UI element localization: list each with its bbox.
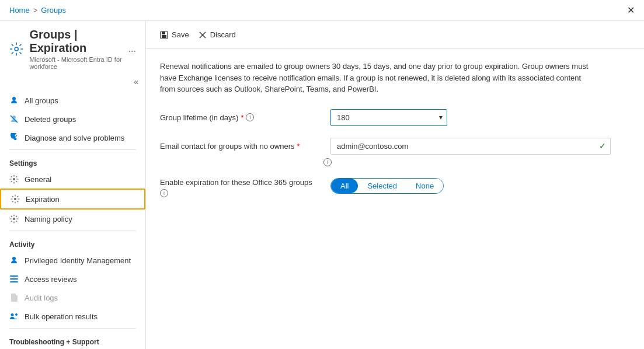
- sidebar-label-deleted-groups: Deleted groups: [25, 115, 76, 124]
- sidebar-label-pim: Privileged Identity Management: [25, 256, 131, 265]
- naming-gear-icon: [9, 214, 19, 224]
- svg-rect-10: [162, 35, 166, 38]
- expiration-row: Enable expiration for these Office 365 g…: [160, 178, 630, 197]
- expiration-label: Enable expiration for these Office 365 g…: [160, 178, 323, 187]
- email-input[interactable]: [330, 138, 611, 155]
- sidebar-title: Groups | Expiration: [29, 28, 122, 55]
- group-lifetime-required: *: [241, 113, 243, 122]
- close-button[interactable]: ✕: [627, 5, 635, 16]
- sidebar-label-general: General: [25, 175, 51, 184]
- email-contact-info-icon[interactable]: i: [323, 158, 332, 166]
- toggle-selected-button[interactable]: Selected: [358, 179, 406, 193]
- expiration-info-icon[interactable]: i: [160, 189, 168, 197]
- sidebar-label-expiration: Expiration: [26, 195, 60, 204]
- svg-rect-6: [10, 278, 18, 280]
- expiration-gear-icon: [11, 194, 20, 204]
- group-lifetime-label: Group lifetime (in days) * i: [160, 113, 323, 122]
- svg-rect-5: [10, 275, 18, 277]
- tool-icon: [9, 133, 19, 142]
- activity-section-label: Activity: [0, 233, 145, 251]
- people-icon: [9, 96, 19, 105]
- sidebar-item-pim[interactable]: Privileged Identity Management: [0, 251, 145, 270]
- svg-rect-7: [10, 281, 18, 282]
- settings-section-label: Settings: [0, 152, 145, 170]
- save-icon: [160, 31, 168, 39]
- settings-divider: [9, 149, 136, 150]
- toggle-all-button[interactable]: All: [331, 179, 358, 193]
- email-contact-row: Email contact for groups with no owners …: [160, 138, 630, 166]
- toolbar: Save Discard: [146, 21, 644, 49]
- expiration-label-group: Enable expiration for these Office 365 g…: [160, 178, 323, 197]
- group-lifetime-row: Group lifetime (in days) * i 180 365 730…: [160, 109, 630, 126]
- sidebar-gear-icon: [9, 40, 23, 58]
- sidebar-item-access-reviews[interactable]: Access reviews: [0, 270, 145, 288]
- sidebar-item-deleted-groups[interactable]: Deleted groups: [0, 110, 145, 128]
- sidebar-label-all-groups: All groups: [25, 96, 58, 105]
- discard-label: Discard: [210, 30, 236, 39]
- breadcrumb-home[interactable]: Home: [9, 6, 30, 15]
- content-body: Renewal notifications are emailed to gro…: [146, 49, 644, 221]
- content-area: Save Discard Renewal notifications are e…: [146, 21, 644, 349]
- sidebar-label-diagnose: Diagnose and solve problems: [25, 134, 124, 142]
- toggle-none-button[interactable]: None: [406, 179, 443, 193]
- general-gear-icon: [9, 175, 19, 184]
- group-lifetime-select[interactable]: 180 365 730 Custom: [330, 109, 447, 126]
- deleted-people-icon: [9, 114, 19, 124]
- sidebar-item-all-groups[interactable]: All groups: [0, 91, 145, 110]
- sidebar-subtitle: Microsoft - Microsoft Entra ID for workf…: [29, 56, 122, 70]
- troubleshooting-section-label: Troubleshooting + Support: [0, 331, 145, 348]
- group-lifetime-select-wrapper: 180 365 730 Custom ▾: [330, 109, 447, 126]
- sidebar-label-access-reviews: Access reviews: [25, 275, 77, 284]
- email-input-wrapper: ✓: [330, 138, 611, 155]
- sidebar-label-bulk-ops: Bulk operation results: [25, 312, 98, 321]
- sidebar-header: Groups | Expiration Microsoft - Microsof…: [0, 21, 145, 75]
- breadcrumb: Home > Groups: [9, 6, 66, 15]
- checkmark-icon: ✓: [599, 141, 606, 151]
- troubleshooting-divider: [9, 328, 136, 329]
- sidebar-label-audit-logs: Audit logs: [25, 294, 58, 302]
- sidebar-more-icon[interactable]: ...: [128, 44, 136, 54]
- activity-divider: [9, 231, 136, 231]
- email-contact-required: *: [297, 142, 300, 151]
- sidebar-nav: All groups Deleted groups Diagnose and s…: [0, 89, 145, 349]
- sidebar-item-general[interactable]: General: [0, 170, 145, 189]
- group-lifetime-info-icon[interactable]: i: [246, 113, 254, 121]
- expiration-toggle-group: All Selected None: [330, 178, 444, 194]
- sidebar: Groups | Expiration Microsoft - Microsof…: [0, 21, 146, 349]
- access-list-icon: [9, 274, 19, 284]
- save-button[interactable]: Save: [160, 28, 189, 41]
- svg-point-3: [14, 198, 16, 200]
- sidebar-item-diagnose[interactable]: Diagnose and solve problems: [0, 128, 145, 147]
- svg-point-4: [13, 218, 15, 220]
- discard-button[interactable]: Discard: [199, 28, 236, 41]
- collapse-icon[interactable]: «: [134, 77, 138, 86]
- sidebar-item-expiration[interactable]: Expiration: [0, 189, 145, 210]
- svg-point-0: [15, 47, 18, 51]
- sidebar-item-audit-logs[interactable]: Audit logs: [0, 288, 145, 307]
- email-contact-label: Email contact for groups with no owners …: [160, 142, 323, 151]
- sidebar-label-naming-policy: Naming policy: [25, 215, 72, 224]
- sidebar-item-naming-policy[interactable]: Naming policy: [0, 210, 145, 228]
- discard-icon: [199, 31, 207, 39]
- sidebar-item-bulk-ops[interactable]: Bulk operation results: [0, 307, 145, 326]
- breadcrumb-current[interactable]: Groups: [41, 6, 66, 15]
- top-bar: Home > Groups ✕: [0, 0, 644, 21]
- bulk-people-icon: [9, 312, 19, 321]
- audit-doc-icon: [9, 293, 19, 302]
- svg-rect-9: [162, 32, 165, 34]
- description-text: Renewal notifications are emailed to gro…: [160, 61, 592, 95]
- pim-people-icon: [9, 256, 19, 265]
- svg-point-2: [13, 178, 15, 180]
- save-label: Save: [172, 30, 189, 39]
- breadcrumb-sep: >: [33, 6, 38, 15]
